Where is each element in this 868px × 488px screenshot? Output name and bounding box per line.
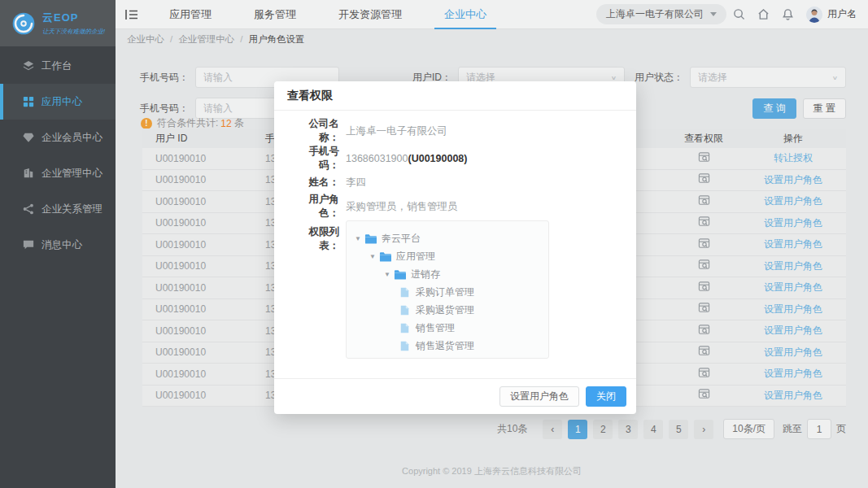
close-button[interactable]: 关闭 [586,386,626,407]
folder-icon [379,251,391,262]
tree-node[interactable]: ▼ 进销存 [353,265,542,283]
tree-node[interactable]: ▼ 奔云平台 [353,229,542,247]
file-icon [399,323,411,333]
tree-node[interactable]: ▼ 销售退货管理 [353,337,542,355]
tree-node-label: 销售退货管理 [416,339,474,353]
file-icon [399,287,411,298]
name-label: 姓名： [294,176,339,190]
tree-node[interactable]: ▼ 应用管理 [353,247,542,265]
tree-node[interactable]: ▼ 销售管理 [353,319,542,337]
set-user-role-button[interactable]: 设置用户角色 [499,386,579,407]
permission-tree: ▼ 奔云平台 ▼ 应用管理 [346,220,549,359]
user-code: (U00190008) [408,153,467,164]
file-icon [399,341,411,351]
name-value: 李四 [346,176,366,190]
tree-node-label: 采购订单管理 [416,285,474,299]
tree-node[interactable]: ▼ 采购订单管理 [353,283,542,301]
tree-node-label: 进销存 [411,268,440,281]
caret-down-icon[interactable]: ▼ [355,235,364,242]
permission-list-label: 权限列表： [294,225,339,253]
tree-node-label: 应用管理 [396,250,435,264]
company-name-value: 上海卓一电子有限公司 [346,124,447,138]
tree-node-label: 奔云平台 [382,232,421,246]
folder-icon [364,233,377,244]
caret-down-icon[interactable]: ▼ [384,271,394,278]
phone-label: 手机号码： [294,145,339,172]
folder-icon [394,269,406,280]
view-permission-modal: 查看权限 公司名称： 上海卓一电子有限公司 手机号码： 13686031900(… [274,81,636,414]
company-name-label: 公司名称： [294,117,339,145]
user-role-value: 采购管理员，销售管理员 [346,200,458,214]
user-role-label: 用户角色： [294,193,339,220]
modal-title: 查看权限 [274,81,636,111]
phone-value: 13686031900(U00190008) [346,153,467,164]
tree-node-label: 采购退货管理 [416,303,474,317]
file-icon [399,305,411,316]
tree-node-label: 销售管理 [416,321,455,335]
tree-node[interactable]: ▼ 采购退货管理 [353,301,542,319]
caret-down-icon[interactable]: ▼ [369,253,379,260]
